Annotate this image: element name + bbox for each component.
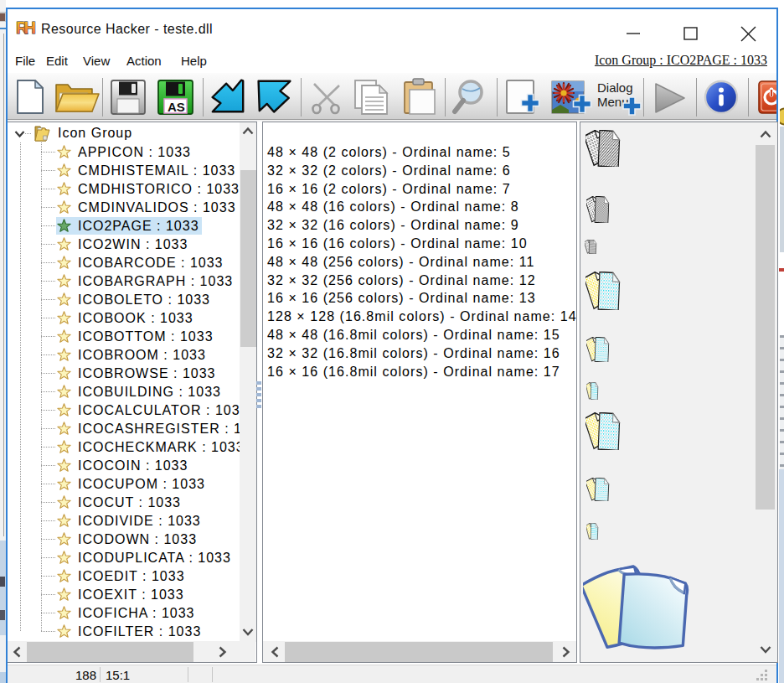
svg-text:AS: AS	[168, 100, 185, 114]
svg-text:Dialog: Dialog	[597, 80, 633, 95]
svg-text:RH: RH	[16, 18, 36, 37]
